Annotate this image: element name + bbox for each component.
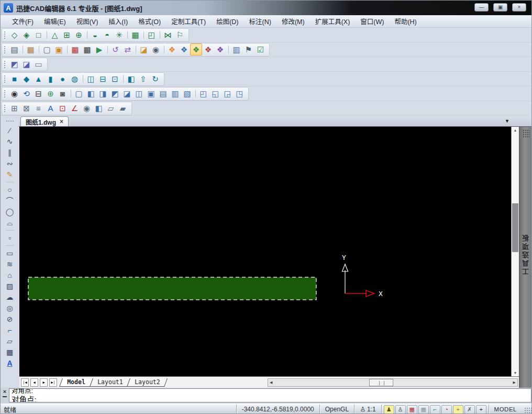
surface-dome[interactable]: ◓ (101, 29, 113, 41)
render-region[interactable]: ◪ (20, 58, 32, 70)
tab-layout2[interactable]: Layout2 (127, 378, 168, 387)
tag-new[interactable]: ❖ (166, 43, 178, 56)
view-bottom[interactable]: ◧ (85, 88, 97, 100)
view-ne[interactable]: ▥ (169, 88, 181, 100)
selected-rectangle[interactable] (27, 276, 317, 301)
paste-special[interactable]: ▰ (117, 102, 129, 114)
window-resize-grip[interactable] (524, 407, 531, 414)
select-window[interactable]: ▢ (41, 43, 53, 56)
drawing-canvas[interactable]: Y X (19, 127, 511, 376)
menu-view[interactable]: 视图(V) (71, 15, 104, 28)
draw-donut[interactable]: ◎ (4, 302, 16, 313)
render-window[interactable]: ▭ (32, 58, 45, 70)
solid-subtract[interactable]: ⊟ (97, 73, 109, 85)
surface-cylinder[interactable]: ⊞ (61, 29, 73, 41)
command-resize-handle[interactable] (3, 396, 7, 397)
scroll-up-icon[interactable]: ▲ (512, 127, 519, 134)
draw-arc[interactable]: ⌒ (4, 195, 16, 206)
solid-slice[interactable]: ◧ (125, 73, 137, 85)
plan-view[interactable]: ⊕ (45, 88, 57, 100)
draw-wipeout[interactable]: ⊘ (4, 313, 16, 324)
draw-polygon[interactable]: ⌂ (4, 269, 16, 280)
command-input-area[interactable]: 对角点: 对角点: (9, 388, 531, 402)
zoom-object[interactable]: ⊡ (57, 102, 69, 114)
surface-pyramid[interactable]: ◈ (20, 29, 32, 41)
named-views[interactable]: ⊟ (32, 88, 45, 100)
solid-sphere[interactable]: ● (57, 73, 69, 85)
crosshair-toggle[interactable]: + (476, 405, 486, 414)
validate-drawing[interactable]: ☑ (254, 43, 267, 56)
surface-edge[interactable]: ◰ (146, 29, 158, 41)
last-layout-button[interactable]: ▶| (49, 378, 57, 387)
view-top[interactable]: ▢ (73, 88, 85, 100)
otrack-toggle[interactable]: ✗ (464, 405, 475, 414)
draw-rectangle[interactable]: ▭ (4, 247, 16, 258)
tag-save[interactable]: ❖ (214, 43, 226, 56)
ortho-toggle[interactable]: ⌐ (430, 405, 440, 414)
tag-find[interactable]: ❖ (202, 43, 214, 56)
menu-window[interactable]: 窗口(W) (355, 15, 389, 28)
capture-camera[interactable]: ◉ (150, 43, 162, 56)
zoom-copy[interactable]: ▱ (105, 102, 117, 114)
free-orbit[interactable]: ⟲ (20, 88, 32, 100)
menu-format[interactable]: 格式(O) (133, 15, 166, 28)
camera-view[interactable]: ◙ (57, 88, 69, 100)
marker-flag[interactable]: ⚑ (242, 43, 254, 56)
draw-text[interactable]: A (4, 357, 16, 368)
block-convert[interactable]: ⇄ (121, 43, 134, 56)
title-bar[interactable]: A 迅捷CAD编辑器 6.1 专业版 - [图纸1.dwg] —▣× (1, 1, 531, 15)
model-space-button[interactable]: MODEL (489, 405, 522, 414)
draw-point[interactable]: ▫ (4, 232, 16, 243)
plot-settings[interactable]: ▦ (25, 43, 37, 56)
menu-help[interactable]: 帮助(H) (389, 15, 422, 28)
view-right[interactable]: ◩ (109, 88, 121, 100)
zoom-preview[interactable]: ◉ (81, 102, 93, 114)
draw-line[interactable]: ∕ (4, 125, 16, 136)
draw-double-line[interactable]: ∥ (4, 147, 16, 158)
render-new[interactable]: ◩ (8, 58, 20, 70)
solid-box[interactable]: ■ (8, 73, 20, 85)
surface-cone[interactable]: △ (49, 29, 61, 41)
tab-model[interactable]: Model (59, 378, 93, 387)
view-nw[interactable]: ▧ (181, 88, 193, 100)
draw-fillet[interactable]: ⌐ (4, 324, 16, 335)
table-record-stop[interactable]: ▦ (69, 43, 81, 56)
surface-sphere[interactable]: ⊕ (73, 29, 85, 41)
view-se[interactable]: ▤ (157, 88, 169, 100)
draw-circle[interactable]: ○ (4, 184, 16, 195)
grid-display-toggle[interactable]: ▦ (418, 405, 429, 414)
solid-cylinder[interactable]: ▮ (45, 73, 57, 85)
draw-ellipse-arc[interactable]: ⌓ (4, 217, 16, 228)
surface-box[interactable]: □ (32, 29, 45, 41)
surface-revolved[interactable]: ⋈ (162, 29, 174, 41)
zoom-region[interactable]: ◧ (93, 102, 105, 114)
solid-intersect[interactable]: ⊡ (109, 73, 121, 85)
block-history[interactable]: ↺ (109, 43, 121, 56)
view-front[interactable]: ◪ (121, 88, 133, 100)
close-button[interactable]: × (512, 3, 526, 12)
menu-file[interactable]: 文件(F) (7, 15, 39, 28)
menu-dimension[interactable]: 标注(N) (244, 15, 276, 28)
next-layout-button[interactable]: ▶ (40, 378, 48, 387)
draw-sketch[interactable]: ✎ (4, 169, 16, 180)
draw-region[interactable]: ▱ (4, 335, 16, 346)
tab-drawing1[interactable]: 图纸1.dwg × (20, 116, 69, 126)
view-left[interactable]: ◨ (97, 88, 109, 100)
table-play[interactable]: ▶ (93, 43, 105, 56)
tab-close-icon[interactable]: × (60, 118, 63, 125)
table-record[interactable]: ▦ (81, 43, 93, 56)
menu-express-tools[interactable]: 扩展工具(X) (310, 15, 356, 28)
tool-palette-tab[interactable]: 工具选项板 (519, 220, 532, 288)
menu-insert[interactable]: 插入(I) (103, 15, 133, 28)
surface-2d-solid[interactable]: ◇ (8, 29, 20, 41)
draw-cloud[interactable]: ☁ (4, 291, 16, 302)
iso-se-view[interactable]: ◱ (209, 88, 221, 100)
command-close-icon[interactable]: × (3, 389, 6, 394)
tag-check[interactable]: ❖ (190, 43, 202, 56)
surface-dish[interactable]: ◒ (89, 29, 101, 41)
view-back[interactable]: ◫ (133, 88, 145, 100)
save-archive[interactable]: ▥ (230, 43, 242, 56)
annotation-toggle[interactable]: ♟ (384, 405, 394, 414)
solid-wedge[interactable]: ◆ (20, 73, 32, 85)
surface-ruled[interactable]: ⚐ (174, 29, 186, 41)
